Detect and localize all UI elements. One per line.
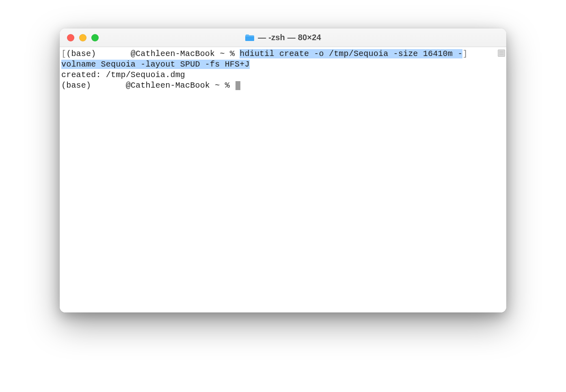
terminal-window: — -zsh — 80×24 [(base) pangyu@Cathleen-M… — [60, 28, 506, 312]
minimize-icon[interactable] — [79, 34, 86, 41]
zoom-icon[interactable] — [91, 34, 99, 41]
prompt-host-path: @Cathleen-MacBook ~ % — [131, 49, 240, 58]
scrollbar[interactable] — [497, 49, 506, 311]
scroll-thumb-icon[interactable] — [498, 50, 505, 57]
traffic-lights — [67, 34, 99, 41]
command-selection-part1[interactable]: hdiutil create -o /tmp/Sequoia -size 164… — [240, 49, 462, 58]
window-title-text: — -zsh — 80×24 — [258, 33, 321, 42]
cursor-icon — [235, 81, 240, 90]
window-titlebar[interactable]: — -zsh — 80×24 — [60, 28, 506, 47]
prompt-env: (base) — [66, 49, 101, 58]
prompt-env: (base) — [61, 81, 96, 90]
line-bracket-open: [ — [61, 49, 66, 58]
line-bracket-close: ] — [462, 49, 467, 58]
terminal-viewport[interactable]: [(base) pangyu@Cathleen-MacBook ~ % hdiu… — [60, 47, 506, 312]
window-title: — -zsh — 80×24 — [60, 33, 506, 42]
folder-icon — [245, 34, 255, 42]
command-selection-part2[interactable]: volname Sequoia -layout SPUD -fs HFS+J — [61, 60, 250, 69]
prompt-user-redacted: pangyu — [96, 80, 125, 91]
prompt-user-redacted: pangyu — [101, 49, 131, 59]
output-line: created: /tmp/Sequoia.dmg — [61, 70, 185, 80]
prompt-host-path: @Cathleen-MacBook ~ % — [126, 81, 235, 90]
close-icon[interactable] — [67, 34, 74, 41]
terminal-content[interactable]: [(base) pangyu@Cathleen-MacBook ~ % hdiu… — [61, 49, 497, 311]
